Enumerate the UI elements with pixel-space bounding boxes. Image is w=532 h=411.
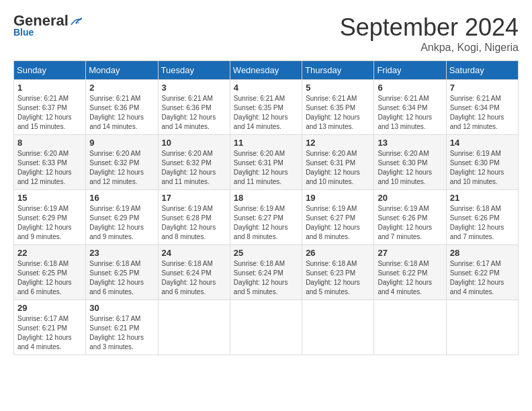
day-detail: Sunrise: 6:21 AM Sunset: 6:36 PM Dayligh… xyxy=(162,94,226,132)
calendar-week-3: 15 Sunrise: 6:19 AM Sunset: 6:29 PM Dayl… xyxy=(14,190,519,245)
day-detail: Sunrise: 6:19 AM Sunset: 6:27 PM Dayligh… xyxy=(306,204,370,242)
calendar-cell: 13 Sunrise: 6:20 AM Sunset: 6:30 PM Dayl… xyxy=(374,135,446,190)
calendar-cell: 16 Sunrise: 6:19 AM Sunset: 6:29 PM Dayl… xyxy=(86,190,158,245)
day-detail: Sunrise: 6:20 AM Sunset: 6:31 PM Dayligh… xyxy=(234,149,298,187)
day-number: 8 xyxy=(17,138,82,148)
day-header-wednesday: Wednesday xyxy=(230,61,302,80)
day-detail: Sunrise: 6:20 AM Sunset: 6:32 PM Dayligh… xyxy=(162,149,226,187)
day-number: 26 xyxy=(306,248,370,258)
day-header-saturday: Saturday xyxy=(446,61,518,80)
day-number: 15 xyxy=(17,193,82,203)
day-detail: Sunrise: 6:21 AM Sunset: 6:34 PM Dayligh… xyxy=(450,94,515,132)
calendar-cell: 23 Sunrise: 6:18 AM Sunset: 6:25 PM Dayl… xyxy=(86,245,158,300)
calendar-cell xyxy=(158,300,230,355)
day-detail: Sunrise: 6:19 AM Sunset: 6:26 PM Dayligh… xyxy=(378,204,442,242)
location-title: Ankpa, Kogi, Nigeria xyxy=(340,42,519,54)
calendar-cell: 20 Sunrise: 6:19 AM Sunset: 6:26 PM Dayl… xyxy=(374,190,446,245)
day-number: 22 xyxy=(17,248,82,258)
day-detail: Sunrise: 6:17 AM Sunset: 6:21 PM Dayligh… xyxy=(89,314,154,352)
day-number: 9 xyxy=(89,138,154,148)
day-number: 3 xyxy=(162,83,226,93)
day-detail: Sunrise: 6:18 AM Sunset: 6:24 PM Dayligh… xyxy=(234,259,298,297)
day-header-thursday: Thursday xyxy=(302,61,374,80)
calendar-cell: 17 Sunrise: 6:19 AM Sunset: 6:28 PM Dayl… xyxy=(158,190,230,245)
calendar-cell: 10 Sunrise: 6:20 AM Sunset: 6:32 PM Dayl… xyxy=(158,135,230,190)
calendar-cell: 25 Sunrise: 6:18 AM Sunset: 6:24 PM Dayl… xyxy=(230,245,302,300)
day-header-monday: Monday xyxy=(86,61,158,80)
day-number: 25 xyxy=(234,248,298,258)
day-detail: Sunrise: 6:21 AM Sunset: 6:34 PM Dayligh… xyxy=(378,94,442,132)
calendar-cell xyxy=(230,300,302,355)
calendar-cell: 18 Sunrise: 6:19 AM Sunset: 6:27 PM Dayl… xyxy=(230,190,302,245)
day-detail: Sunrise: 6:20 AM Sunset: 6:33 PM Dayligh… xyxy=(17,149,82,187)
day-number: 20 xyxy=(378,193,442,203)
day-detail: Sunrise: 6:19 AM Sunset: 6:30 PM Dayligh… xyxy=(450,149,515,187)
day-number: 4 xyxy=(234,83,298,93)
calendar-cell xyxy=(374,300,446,355)
calendar-cell: 7 Sunrise: 6:21 AM Sunset: 6:34 PM Dayli… xyxy=(446,80,518,135)
day-header-tuesday: Tuesday xyxy=(158,61,230,80)
month-title: September 2024 xyxy=(340,13,519,42)
calendar-cell: 27 Sunrise: 6:18 AM Sunset: 6:22 PM Dayl… xyxy=(374,245,446,300)
day-detail: Sunrise: 6:19 AM Sunset: 6:27 PM Dayligh… xyxy=(234,204,298,242)
day-detail: Sunrise: 6:18 AM Sunset: 6:26 PM Dayligh… xyxy=(450,204,515,242)
day-number: 29 xyxy=(17,303,82,313)
day-number: 12 xyxy=(306,138,370,148)
calendar-cell: 24 Sunrise: 6:18 AM Sunset: 6:24 PM Dayl… xyxy=(158,245,230,300)
calendar-cell: 12 Sunrise: 6:20 AM Sunset: 6:31 PM Dayl… xyxy=(302,135,374,190)
calendar-cell: 15 Sunrise: 6:19 AM Sunset: 6:29 PM Dayl… xyxy=(14,190,86,245)
day-detail: Sunrise: 6:19 AM Sunset: 6:29 PM Dayligh… xyxy=(89,204,154,242)
day-detail: Sunrise: 6:18 AM Sunset: 6:23 PM Dayligh… xyxy=(306,259,370,297)
logo-blue-text: Blue xyxy=(13,27,34,38)
calendar-cell: 5 Sunrise: 6:21 AM Sunset: 6:35 PM Dayli… xyxy=(302,80,374,135)
calendar-cell xyxy=(446,300,518,355)
day-detail: Sunrise: 6:21 AM Sunset: 6:35 PM Dayligh… xyxy=(306,94,370,132)
day-number: 2 xyxy=(89,83,154,93)
day-number: 7 xyxy=(450,83,515,93)
calendar-week-4: 22 Sunrise: 6:18 AM Sunset: 6:25 PM Dayl… xyxy=(14,245,519,300)
day-number: 19 xyxy=(306,193,370,203)
day-number: 10 xyxy=(162,138,226,148)
day-number: 17 xyxy=(162,193,226,203)
day-detail: Sunrise: 6:21 AM Sunset: 6:35 PM Dayligh… xyxy=(234,94,298,132)
calendar-week-2: 8 Sunrise: 6:20 AM Sunset: 6:33 PM Dayli… xyxy=(14,135,519,190)
day-header-sunday: Sunday xyxy=(14,61,86,80)
day-detail: Sunrise: 6:18 AM Sunset: 6:24 PM Dayligh… xyxy=(162,259,226,297)
day-number: 14 xyxy=(450,138,515,148)
logo-bird-icon xyxy=(70,17,82,26)
calendar-cell: 14 Sunrise: 6:19 AM Sunset: 6:30 PM Dayl… xyxy=(446,135,518,190)
day-detail: Sunrise: 6:18 AM Sunset: 6:25 PM Dayligh… xyxy=(17,259,82,297)
calendar-cell: 6 Sunrise: 6:21 AM Sunset: 6:34 PM Dayli… xyxy=(374,80,446,135)
day-detail: Sunrise: 6:19 AM Sunset: 6:28 PM Dayligh… xyxy=(162,204,226,242)
day-number: 5 xyxy=(306,83,370,93)
day-number: 24 xyxy=(162,248,226,258)
calendar-cell: 9 Sunrise: 6:20 AM Sunset: 6:32 PM Dayli… xyxy=(86,135,158,190)
calendar-cell: 29 Sunrise: 6:17 AM Sunset: 6:21 PM Dayl… xyxy=(14,300,86,355)
day-detail: Sunrise: 6:17 AM Sunset: 6:21 PM Dayligh… xyxy=(17,314,82,352)
day-number: 30 xyxy=(89,303,154,313)
calendar-cell: 2 Sunrise: 6:21 AM Sunset: 6:36 PM Dayli… xyxy=(86,80,158,135)
day-detail: Sunrise: 6:20 AM Sunset: 6:31 PM Dayligh… xyxy=(306,149,370,187)
calendar-week-1: 1 Sunrise: 6:21 AM Sunset: 6:37 PM Dayli… xyxy=(14,80,519,135)
calendar-cell: 21 Sunrise: 6:18 AM Sunset: 6:26 PM Dayl… xyxy=(446,190,518,245)
title-block: September 2024 Ankpa, Kogi, Nigeria xyxy=(340,13,519,54)
calendar-week-5: 29 Sunrise: 6:17 AM Sunset: 6:21 PM Dayl… xyxy=(14,300,519,355)
day-detail: Sunrise: 6:21 AM Sunset: 6:36 PM Dayligh… xyxy=(89,94,154,132)
day-header-friday: Friday xyxy=(374,61,446,80)
day-number: 16 xyxy=(89,193,154,203)
calendar-cell: 26 Sunrise: 6:18 AM Sunset: 6:23 PM Dayl… xyxy=(302,245,374,300)
day-number: 13 xyxy=(378,138,442,148)
logo-text: General xyxy=(13,13,82,28)
day-detail: Sunrise: 6:18 AM Sunset: 6:22 PM Dayligh… xyxy=(378,259,442,297)
day-detail: Sunrise: 6:20 AM Sunset: 6:30 PM Dayligh… xyxy=(378,149,442,187)
calendar-cell: 3 Sunrise: 6:21 AM Sunset: 6:36 PM Dayli… xyxy=(158,80,230,135)
calendar-cell: 19 Sunrise: 6:19 AM Sunset: 6:27 PM Dayl… xyxy=(302,190,374,245)
day-number: 18 xyxy=(234,193,298,203)
day-number: 21 xyxy=(450,193,515,203)
day-detail: Sunrise: 6:17 AM Sunset: 6:22 PM Dayligh… xyxy=(450,259,515,297)
calendar-cell: 28 Sunrise: 6:17 AM Sunset: 6:22 PM Dayl… xyxy=(446,245,518,300)
day-number: 28 xyxy=(450,248,515,258)
day-number: 1 xyxy=(17,83,82,93)
calendar-cell: 22 Sunrise: 6:18 AM Sunset: 6:25 PM Dayl… xyxy=(14,245,86,300)
day-number: 27 xyxy=(378,248,442,258)
